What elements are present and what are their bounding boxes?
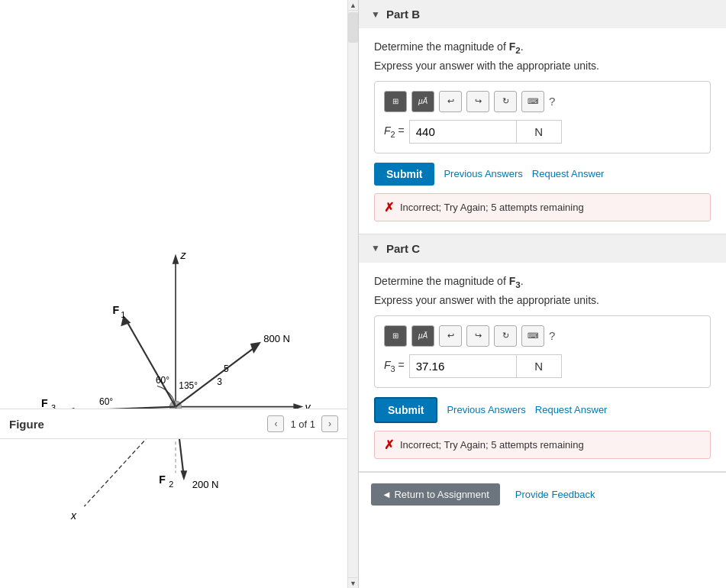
part-b-section: ▼ Part B Determine the magnitude of F2. … bbox=[359, 0, 726, 234]
part-c-toolbar: ⊞ μÄ ↩ ↪ ↻ ⌨ bbox=[384, 325, 701, 347]
redo-button[interactable]: ↪ bbox=[466, 91, 489, 112]
part-b-feedback-text: Incorrect; Try Again; 5 attempts remaini… bbox=[400, 202, 584, 213]
svg-text:5: 5 bbox=[224, 363, 229, 374]
part-c-header: ▼ Part C bbox=[359, 234, 726, 263]
unit-button[interactable]: μÄ bbox=[411, 91, 434, 112]
part-c-answer-box: ⊞ μÄ ↩ ↪ ↻ ⌨ bbox=[374, 315, 711, 388]
part-c-help-button[interactable]: ? bbox=[549, 329, 555, 342]
svg-text:3: 3 bbox=[217, 376, 222, 387]
part-c-input-row: F3 = N bbox=[384, 354, 701, 378]
svg-text:60°: 60° bbox=[156, 375, 169, 386]
unit-icon: μÄ bbox=[418, 97, 428, 105]
svg-text:1: 1 bbox=[121, 310, 125, 319]
svg-text:2: 2 bbox=[169, 480, 173, 489]
part-c-error-icon: ✗ bbox=[384, 438, 394, 452]
right-panel: ▼ Part B Determine the magnitude of F2. … bbox=[359, 0, 726, 588]
svg-text:200 N: 200 N bbox=[192, 479, 219, 490]
part-c-submit-row: Submit Previous Answers Request Answer bbox=[374, 397, 711, 423]
part-c-unit-button[interactable]: μÄ bbox=[411, 325, 434, 347]
part-c-input-label: F3 = bbox=[384, 359, 405, 373]
matrix-button[interactable]: ⊞ bbox=[384, 91, 407, 112]
bottom-bar: ◄ Return to Assignment Provide Feedback bbox=[359, 472, 726, 516]
part-c-question: Determine the magnitude of F3. bbox=[374, 275, 711, 289]
left-scrollbar[interactable]: ▲ ▼ bbox=[347, 0, 358, 588]
svg-text:F: F bbox=[159, 473, 166, 486]
part-c-matrix-icon: ⊞ bbox=[392, 331, 398, 340]
part-b-collapse-icon[interactable]: ▼ bbox=[371, 9, 380, 20]
svg-marker-1 bbox=[173, 254, 179, 264]
scroll-up-button[interactable]: ▲ bbox=[348, 0, 359, 11]
svg-text:60°: 60° bbox=[99, 396, 113, 407]
force-diagram: z y x P F 1 60° 135° F 3 bbox=[15, 191, 336, 573]
part-c-body: Determine the magnitude of F3. Express y… bbox=[359, 263, 726, 471]
svg-text:135°: 135° bbox=[179, 380, 198, 391]
part-b-request-answer-button[interactable]: Request Answer bbox=[532, 168, 605, 179]
undo-icon: ↩ bbox=[447, 96, 454, 106]
svg-text:800 N: 800 N bbox=[263, 333, 290, 344]
part-b-submit-row: Submit Previous Answers Request Answer bbox=[374, 163, 711, 186]
help-button[interactable]: ? bbox=[549, 95, 555, 108]
left-panel: z y x P F 1 60° 135° F 3 bbox=[0, 0, 359, 588]
svg-text:x: x bbox=[70, 509, 77, 522]
svg-text:z: z bbox=[180, 249, 187, 261]
redo-icon: ↪ bbox=[475, 96, 482, 106]
figure-navigation: ‹ 1 of 1 › bbox=[267, 415, 338, 432]
part-b-body: Determine the magnitude of F2. Express y… bbox=[359, 28, 726, 234]
part-c-unit-icon: μÄ bbox=[418, 331, 428, 340]
return-to-assignment-button[interactable]: ◄ Return to Assignment bbox=[371, 483, 500, 506]
part-c-feedback: ✗ Incorrect; Try Again; 5 attempts remai… bbox=[374, 431, 711, 459]
part-c-request-answer-button[interactable]: Request Answer bbox=[535, 404, 608, 415]
part-c-answer-input[interactable] bbox=[409, 354, 516, 378]
part-c-submit-button[interactable]: Submit bbox=[374, 397, 437, 423]
svg-text:F: F bbox=[41, 397, 48, 409]
figure-area: z y x P F 1 60° 135° F 3 bbox=[0, 0, 358, 588]
part-b-submit-button[interactable]: Submit bbox=[374, 163, 434, 186]
keyboard-button[interactable]: ⌨ bbox=[521, 91, 544, 112]
part-c-undo-icon: ↩ bbox=[447, 331, 454, 341]
part-c-unit-display: N bbox=[516, 354, 562, 378]
prev-page-button[interactable]: ‹ bbox=[267, 415, 284, 432]
keyboard-icon: ⌨ bbox=[528, 97, 538, 105]
part-c-previous-answers-button[interactable]: Previous Answers bbox=[447, 404, 525, 415]
svg-line-10 bbox=[126, 319, 176, 406]
part-b-unit-display: N bbox=[516, 120, 562, 144]
part-c-units-note: Express your answer with the appropriate… bbox=[374, 294, 711, 306]
svg-marker-22 bbox=[250, 342, 261, 354]
part-b-answer-input[interactable] bbox=[409, 120, 516, 144]
part-c-redo-button[interactable]: ↪ bbox=[466, 325, 489, 347]
part-c-title: Part C bbox=[386, 242, 420, 255]
part-b-title: Part B bbox=[386, 8, 420, 21]
part-b-question: Determine the magnitude of F2. bbox=[374, 40, 711, 55]
part-b-header: ▼ Part B bbox=[359, 0, 726, 28]
next-page-button[interactable]: › bbox=[321, 415, 338, 432]
part-b-input-row: F2 = N bbox=[384, 120, 701, 144]
part-c-refresh-button[interactable]: ↻ bbox=[494, 325, 517, 347]
part-c-keyboard-icon: ⌨ bbox=[528, 331, 538, 340]
svg-text:F: F bbox=[112, 304, 119, 316]
part-c-feedback-text: Incorrect; Try Again; 5 attempts remaini… bbox=[400, 439, 584, 451]
part-b-input-label: F2 = bbox=[384, 124, 405, 139]
svg-line-21 bbox=[176, 344, 259, 407]
part-b-previous-answers-button[interactable]: Previous Answers bbox=[444, 168, 522, 179]
matrix-icon: ⊞ bbox=[392, 97, 398, 105]
part-b-toolbar: ⊞ μÄ ↩ ↪ ↻ ⌨ bbox=[384, 91, 701, 112]
part-c-collapse-icon[interactable]: ▼ bbox=[371, 243, 380, 254]
part-b-units-note: Express your answer with the appropriate… bbox=[374, 60, 711, 72]
refresh-icon: ↻ bbox=[502, 96, 509, 106]
undo-button[interactable]: ↩ bbox=[439, 91, 462, 112]
figure-page-info: 1 of 1 bbox=[290, 418, 315, 430]
part-c-section: ▼ Part C Determine the magnitude of F3. … bbox=[359, 234, 726, 472]
part-c-keyboard-button[interactable]: ⌨ bbox=[521, 325, 544, 347]
part-c-matrix-button[interactable]: ⊞ bbox=[384, 325, 407, 347]
part-c-redo-icon: ↪ bbox=[475, 331, 482, 341]
figure-title: Figure bbox=[9, 418, 44, 431]
part-b-error-icon: ✗ bbox=[384, 200, 394, 215]
svg-marker-27 bbox=[181, 470, 188, 480]
part-c-undo-button[interactable]: ↩ bbox=[439, 325, 462, 347]
part-b-feedback: ✗ Incorrect; Try Again; 5 attempts remai… bbox=[374, 193, 711, 221]
part-b-answer-box: ⊞ μÄ ↩ ↪ ↻ ⌨ bbox=[374, 81, 711, 153]
scroll-down-button[interactable]: ▼ bbox=[348, 577, 359, 588]
refresh-button[interactable]: ↻ bbox=[494, 91, 517, 112]
provide-feedback-link[interactable]: Provide Feedback bbox=[515, 489, 595, 500]
part-c-refresh-icon: ↻ bbox=[502, 331, 509, 341]
